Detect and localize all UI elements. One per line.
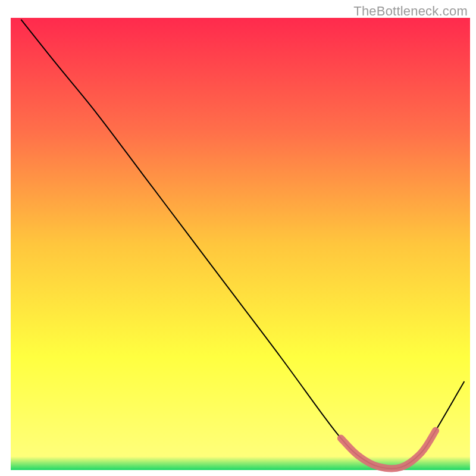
chart-background [11, 18, 470, 470]
bottleneck-chart [0, 0, 476, 476]
